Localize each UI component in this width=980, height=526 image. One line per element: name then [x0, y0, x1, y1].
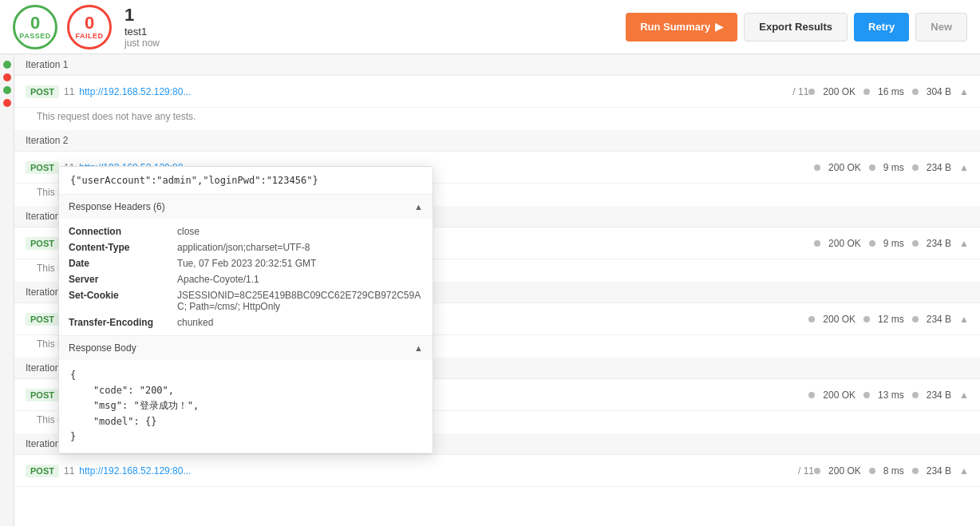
size-text: 234 B: [927, 390, 951, 401]
main-area: Iteration 1 POST 11 http://192.168.52.12…: [0, 54, 980, 526]
retry-button[interactable]: Retry: [854, 13, 909, 42]
size-text: 234 B: [927, 314, 951, 325]
time-text: 13 ms: [878, 390, 904, 401]
header-value: JSESSIONID=8C25E419B8BC09CC62E729CB972C5…: [177, 290, 423, 312]
req-stats: 200 OK 9 ms 234 B: [814, 238, 951, 249]
sidebar-indicator-red: [3, 73, 11, 81]
iteration-header-1: Iteration 1: [14, 54, 980, 76]
status-dot: [814, 240, 820, 247]
request-row-6[interactable]: POST 11 http://192.168.52.129:80... / 11…: [14, 455, 980, 487]
response-body-section: Response Body ▲ { "code": "200", "msg": …: [59, 336, 433, 453]
header-row-content-type: Content-Type application/json;charset=UT…: [69, 239, 423, 255]
response-body-header[interactable]: Response Body ▲: [59, 336, 433, 360]
time-text: 9 ms: [883, 162, 904, 173]
req-stats: 200 OK 16 ms 304 B: [808, 86, 951, 97]
no-tests-1: This request does not have any tests.: [14, 108, 980, 130]
run-name: test1: [124, 26, 160, 38]
content-area: Iteration 1 POST 11 http://192.168.52.12…: [14, 54, 980, 526]
status-text: 200 OK: [828, 162, 861, 173]
response-headers-body: Connection close Content-Type applicatio…: [59, 219, 433, 335]
size-text: 234 B: [927, 162, 951, 173]
status-dot: [808, 316, 815, 322]
failed-label: FAILED: [75, 32, 103, 40]
req-stats: 200 OK 12 ms 234 B: [808, 314, 951, 325]
time-text: 12 ms: [878, 314, 904, 325]
time-dot: [863, 392, 870, 398]
chevron-up-icon: ▲: [959, 86, 969, 97]
request-body-code: {"userAccount":"admin","loginPwd":"12345…: [59, 167, 433, 194]
size-dot: [912, 164, 919, 171]
status-text: 200 OK: [828, 465, 861, 477]
header-value: chunked: [177, 317, 213, 328]
status-text: 200 OK: [823, 390, 856, 401]
req-stats: 200 OK 9 ms 234 B: [814, 162, 951, 173]
passed-badge: 0 PASSED: [13, 5, 57, 49]
header-row-server: Server Apache-Coyote/1.1: [69, 271, 423, 287]
iteration-header-2: Iteration 2: [14, 130, 980, 152]
play-icon: ▶: [715, 21, 723, 33]
header-row-set-cookie: Set-Cookie JSESSIONID=8C25E419B8BC09CC62…: [69, 287, 423, 314]
method-badge-post: POST: [26, 465, 59, 477]
status-text: 200 OK: [828, 238, 861, 249]
chevron-up-icon: ▲: [414, 343, 423, 353]
topbar: 0 PASSED 0 FAILED 1 test1 just now Run S…: [0, 0, 980, 54]
badge-group: 0 PASSED 0 FAILED: [13, 5, 112, 49]
sidebar-left: [0, 54, 14, 526]
size-dot: [912, 392, 919, 398]
size-text: 304 B: [927, 86, 951, 97]
method-badge-post: POST: [26, 389, 59, 401]
req-num: 11: [64, 86, 74, 97]
req-stats: 200 OK 8 ms 234 B: [814, 465, 951, 477]
header-row-connection: Connection close: [69, 223, 423, 239]
response-headers-title: Response Headers (6): [69, 201, 165, 212]
request-body-section: {"userAccount":"admin","loginPwd":"12345…: [59, 167, 433, 195]
header-name: Date: [69, 258, 172, 269]
time-text: 8 ms: [883, 465, 904, 477]
run-summary-button[interactable]: Run Summary ▶: [626, 13, 737, 42]
status-dot: [814, 164, 820, 171]
export-results-button[interactable]: Export Results: [744, 13, 848, 42]
run-time: just now: [124, 38, 160, 49]
failed-count: 0: [85, 14, 94, 32]
new-button[interactable]: New: [915, 13, 967, 42]
chevron-up-icon: ▲: [959, 465, 969, 477]
run-info: 1 test1 just now: [124, 5, 160, 49]
status-text: 200 OK: [823, 314, 856, 325]
sidebar-indicator-red2: [3, 99, 11, 107]
chevron-up-icon: ▲: [414, 202, 423, 212]
size-text: 234 B: [927, 238, 951, 249]
sidebar-indicator-green2: [3, 86, 11, 94]
header-value: application/json;charset=UTF-8: [177, 242, 310, 253]
passed-count: 0: [30, 14, 40, 32]
time-text: 9 ms: [883, 238, 904, 249]
passed-label: PASSED: [19, 32, 50, 40]
header-value: close: [177, 226, 200, 237]
req-url: http://192.168.52.129:80...: [79, 465, 795, 477]
header-value: Tue, 07 Feb 2023 20:32:51 GMT: [177, 258, 316, 269]
time-dot: [863, 89, 870, 95]
time-dot: [869, 468, 875, 474]
response-headers-header[interactable]: Response Headers (6) ▲: [59, 195, 433, 219]
header-value: Apache-Coyote/1.1: [177, 274, 259, 285]
failed-badge: 0 FAILED: [67, 5, 112, 49]
method-badge-post: POST: [26, 313, 59, 326]
status-dot: [814, 468, 820, 474]
header-row-date: Date Tue, 07 Feb 2023 20:32:51 GMT: [69, 255, 423, 271]
header-name: Content-Type: [69, 242, 172, 253]
time-dot: [869, 240, 875, 247]
req-stats: 200 OK 13 ms 234 B: [808, 390, 951, 401]
header-name: Set-Cookie: [69, 290, 172, 301]
response-body-title: Response Body: [69, 342, 136, 354]
time-dot: [869, 164, 875, 171]
status-text: 200 OK: [823, 86, 856, 97]
chevron-up-icon: ▲: [959, 390, 969, 401]
iteration-count: 1: [124, 5, 160, 26]
request-row[interactable]: POST 11 http://192.168.52.129:80... / 11…: [14, 76, 980, 108]
status-dot: [808, 89, 815, 95]
chevron-up-icon: ▲: [959, 162, 969, 173]
topbar-actions: Run Summary ▶ Export Results Retry New: [626, 13, 967, 42]
req-fraction: / 11: [792, 86, 808, 97]
req-fraction: / 11: [798, 465, 814, 477]
header-name: Connection: [69, 226, 172, 237]
chevron-up-icon: ▲: [959, 314, 969, 325]
